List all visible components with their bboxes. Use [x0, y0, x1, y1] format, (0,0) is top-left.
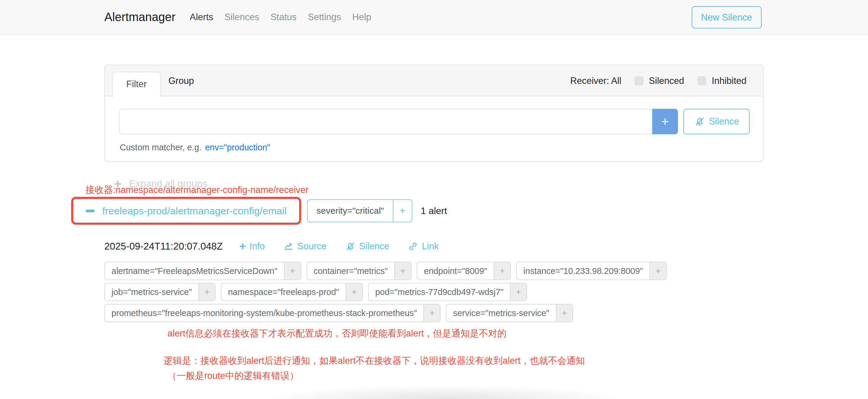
label-chip: service="metrics-service" +	[446, 304, 573, 322]
label-add-filter-button[interactable]: +	[556, 304, 572, 321]
inhibited-label: Inhibited	[712, 75, 746, 86]
silenced-label: Silenced	[649, 75, 684, 86]
navbar: Alertmanager Alerts Silences Status Sett…	[0, 0, 868, 35]
alert-source-label: Source	[297, 241, 327, 252]
plus-icon: +	[239, 241, 246, 252]
label-chip-text[interactable]: instance="10.233.98.209:8009"	[517, 262, 650, 280]
label-add-filter-button[interactable]: +	[650, 262, 666, 280]
label-add-filter-button[interactable]: +	[284, 262, 301, 280]
nav-link-alerts[interactable]: Alerts	[190, 12, 213, 23]
alert-count: 1 alert	[421, 206, 447, 216]
label-chip-text[interactable]: service="metrics-service"	[446, 304, 556, 321]
add-matcher-button[interactable]: +	[652, 109, 678, 134]
bell-slash-icon	[345, 241, 356, 252]
matcher-hint-example-link[interactable]: env="production"	[205, 143, 270, 152]
filter-panel-header: Filter Group Receiver: All Silenced Inhi…	[105, 65, 763, 96]
annotation-logic-note-line2: （一般是route中的逻辑有错误）	[167, 370, 299, 382]
group-key-label[interactable]: severity="critical"	[308, 200, 393, 222]
alert-labels: alertname="FreeleapsMetricsServiceDown" …	[104, 262, 667, 322]
filter-panel: Filter Group Receiver: All Silenced Inhi…	[104, 65, 764, 162]
silenced-check-group: Silenced	[634, 75, 684, 86]
alert-link-button[interactable]: Link	[408, 241, 439, 252]
alert-group-row: freeleaps-prod/alertmanager-config/email…	[71, 197, 447, 225]
bell-slash-icon	[694, 116, 705, 127]
alert-link-label: Link	[422, 241, 439, 252]
label-row: job="metrics-service" + namespace="freel…	[104, 283, 667, 301]
inhibited-check-group: Inhibited	[697, 75, 746, 86]
alert-actions: + Info Source	[239, 241, 439, 252]
nav-link-help[interactable]: Help	[352, 12, 371, 23]
label-chip: prometheus="freeleaps-monitoring-system/…	[104, 304, 440, 322]
filter-options: Receiver: All Silenced Inhibited	[570, 65, 746, 96]
label-chip: alertname="FreeleapsMetricsServiceDown" …	[104, 262, 301, 280]
annotation-receiver-note: 接收器:namespace/altermanager-config-name/r…	[85, 184, 309, 196]
label-chip-text[interactable]: prometheus="freeleaps-monitoring-system/…	[105, 304, 423, 321]
label-add-filter-button[interactable]: +	[394, 262, 411, 280]
annotation-logic-note-line1: 逻辑是：接收器收到alert后进行通知，如果alert不在接收器下，说明接收器没…	[164, 355, 585, 367]
silenced-checkbox[interactable]	[634, 76, 644, 85]
nav-link-silences[interactable]: Silences	[224, 12, 259, 23]
label-chip: job="metrics-service" +	[104, 283, 216, 301]
label-chip-text[interactable]: pod="metrics-77d9cdb497-wdsj7"	[369, 283, 510, 301]
label-chip-text[interactable]: container="metrics"	[307, 262, 394, 280]
label-row: prometheus="freeleaps-monitoring-system/…	[104, 304, 667, 322]
label-add-filter-button[interactable]: +	[198, 283, 215, 301]
nav-link-status[interactable]: Status	[270, 12, 297, 23]
inhibited-checkbox[interactable]	[697, 76, 707, 85]
navbar-links: Alerts Silences Status Settings Help	[190, 0, 371, 34]
matcher-hint: Custom matcher, e.g.env="production"	[120, 143, 270, 152]
new-silence-button[interactable]: New Silence	[692, 6, 762, 28]
alert-header-row: 2025-09-24T11:20:07.048Z + Info Source	[104, 241, 439, 252]
annotation-highlight-box: freeleaps-prod/alertmanager-config/email	[71, 197, 301, 225]
tab-group[interactable]: Group	[162, 65, 200, 96]
label-chip-text[interactable]: job="metrics-service"	[105, 283, 198, 301]
alert-info-button[interactable]: + Info	[239, 241, 265, 252]
alert-source-link[interactable]: Source	[283, 241, 327, 252]
matcher-hint-text: Custom matcher, e.g.	[120, 143, 202, 152]
receiver-group-button[interactable]: freeleaps-prod/alertmanager-config/email	[73, 199, 299, 223]
label-chip: namespace="freeleaps-prod" +	[221, 283, 363, 301]
label-add-filter-button[interactable]: +	[423, 304, 440, 321]
label-chip-text[interactable]: namespace="freeleaps-prod"	[221, 283, 345, 301]
label-chip: instance="10.233.98.209:8009" +	[516, 262, 667, 280]
alert-silence-label: Silence	[359, 241, 390, 252]
label-row: alertname="FreeleapsMetricsServiceDown" …	[104, 262, 667, 280]
label-add-filter-button[interactable]: +	[510, 283, 526, 301]
label-add-filter-button[interactable]: +	[346, 283, 362, 301]
label-chip-text[interactable]: endpoint="8009"	[417, 262, 494, 280]
chart-line-icon	[283, 241, 294, 252]
alert-silence-button[interactable]: Silence	[345, 241, 390, 252]
alert-info-label: Info	[250, 241, 265, 252]
silence-filter-button[interactable]: Silence	[683, 109, 750, 134]
annotation-alert-note: alert信息必须在接收器下才表示配置成功，否则即使能看到alert，但是通知是…	[167, 327, 507, 340]
group-key-chip: severity="critical" +	[307, 199, 412, 222]
label-chip: pod="metrics-77d9cdb497-wdsj7" +	[368, 283, 527, 301]
label-chip: endpoint="8009" +	[417, 262, 511, 280]
label-add-filter-button[interactable]: +	[494, 262, 510, 280]
page: Alertmanager Alerts Silences Status Sett…	[0, 0, 868, 399]
label-chip-text[interactable]: alertname="FreeleapsMetricsServiceDown"	[105, 262, 284, 280]
silence-filter-label: Silence	[709, 116, 739, 127]
matcher-input[interactable]	[119, 109, 652, 134]
page-bottom-shadow	[208, 380, 682, 399]
filter-panel-body: + Silence Custom matc	[105, 96, 763, 161]
label-chip: container="metrics" +	[307, 262, 411, 280]
matcher-input-group: + Silence	[119, 109, 750, 134]
receiver-group-name: freeleaps-prod/alertmanager-config/email	[102, 205, 287, 217]
tab-filter[interactable]: Filter	[112, 72, 161, 97]
link-icon	[408, 241, 418, 252]
alert-timestamp: 2025-09-24T11:20:07.048Z	[104, 241, 223, 252]
collapse-minus-icon	[86, 210, 95, 212]
group-key-plus-button[interactable]: +	[393, 200, 412, 222]
receiver-filter-label[interactable]: Receiver: All	[570, 75, 621, 86]
app-brand[interactable]: Alertmanager	[104, 0, 176, 34]
nav-link-settings[interactable]: Settings	[308, 12, 341, 23]
